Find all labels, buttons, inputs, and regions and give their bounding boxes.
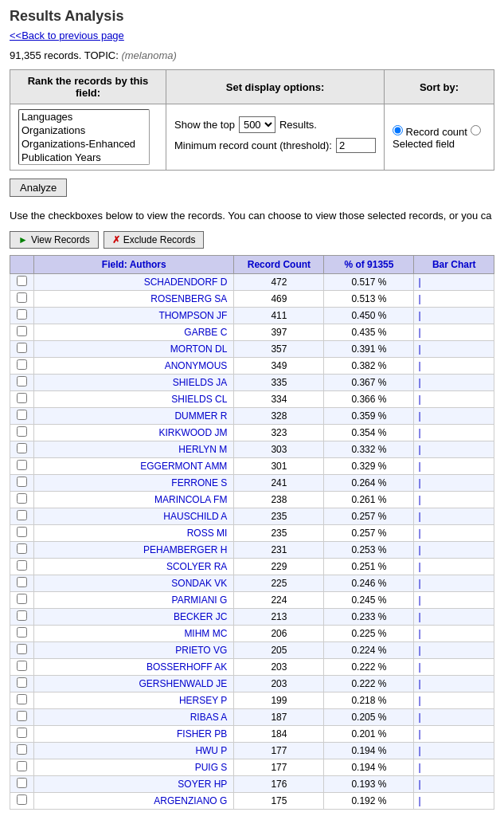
row-checkbox-cell[interactable] [10,441,34,458]
row-count: 205 [234,642,324,659]
exclude-records-button[interactable]: ✗ Exclude Records [104,231,205,249]
row-checkbox-cell[interactable] [10,692,34,709]
row-checkbox[interactable] [17,761,27,771]
row-checkbox[interactable] [17,477,27,487]
row-checkbox-cell[interactable] [10,642,34,659]
row-checkbox[interactable] [17,443,27,453]
row-checkbox[interactable] [17,326,27,336]
row-checkbox-cell[interactable] [10,358,34,375]
row-bar: | [414,408,494,425]
row-checkbox[interactable] [17,276,27,286]
min-count-input[interactable] [336,138,376,153]
row-checkbox-cell[interactable] [10,626,34,642]
row-checkbox[interactable] [17,677,27,688]
row-field: EGGERMONT AMM [34,458,234,475]
row-checkbox-cell[interactable] [10,391,34,408]
row-checkbox[interactable] [17,744,27,755]
row-checkbox-cell[interactable] [10,793,34,810]
row-checkbox[interactable] [17,794,27,805]
col-header-count: Record Count [234,256,324,274]
row-checkbox-cell[interactable] [10,659,34,676]
row-checkbox[interactable] [17,376,27,386]
table-row: PARMIANI G2240.245 %| [10,592,494,609]
row-checkbox-cell[interactable] [10,492,34,508]
row-checkbox[interactable] [17,309,27,320]
row-checkbox-cell[interactable] [10,759,34,776]
row-checkbox[interactable] [17,510,27,520]
row-checkbox[interactable] [17,359,27,370]
rank-option-publication-years: Publication Years [19,151,149,164]
row-checkbox[interactable] [17,493,27,504]
back-link[interactable]: <<Back to previous page [10,29,124,41]
rank-option-organizations: Organizations [19,124,149,137]
row-checkbox[interactable] [17,543,27,554]
row-checkbox[interactable] [17,460,27,470]
row-checkbox[interactable] [17,594,27,604]
row-checkbox[interactable] [17,426,27,437]
row-checkbox-cell[interactable] [10,592,34,609]
rank-list-select[interactable]: Languages Organizations Organizations-En… [18,109,150,165]
view-records-arrow-icon: ► [18,234,28,245]
row-checkbox-cell[interactable] [10,743,34,759]
row-checkbox[interactable] [17,343,27,353]
row-field: FISHER PB [34,726,234,743]
row-checkbox-cell[interactable] [10,609,34,626]
row-checkbox[interactable] [17,527,27,537]
row-checkbox[interactable] [17,644,27,654]
top-count-select[interactable]: 500 [239,116,275,133]
row-checkbox[interactable] [17,661,27,671]
row-checkbox-cell[interactable] [10,274,34,291]
row-percent: 0.194 % [324,759,414,776]
row-percent: 0.233 % [324,609,414,626]
row-checkbox-cell[interactable] [10,542,34,559]
row-bar: | [414,508,494,525]
row-checkbox[interactable] [17,728,27,738]
row-checkbox[interactable] [17,610,27,621]
row-checkbox-cell[interactable] [10,726,34,743]
row-checkbox[interactable] [17,627,27,638]
row-field: DUMMER R [34,408,234,425]
analyze-button[interactable]: Analyze [10,178,67,197]
row-field: THOMPSON JF [34,308,234,324]
row-checkbox-cell[interactable] [10,525,34,542]
row-checkbox[interactable] [17,292,27,303]
row-checkbox-cell[interactable] [10,291,34,308]
row-checkbox[interactable] [17,410,27,420]
row-checkbox[interactable] [17,393,27,403]
row-checkbox-cell[interactable] [10,776,34,793]
row-checkbox[interactable] [17,694,27,704]
row-count: 235 [234,508,324,525]
row-checkbox-cell[interactable] [10,575,34,592]
row-percent: 0.222 % [324,659,414,676]
row-percent: 0.193 % [324,776,414,793]
row-checkbox-cell[interactable] [10,559,34,575]
row-checkbox-cell[interactable] [10,676,34,692]
row-checkbox-cell[interactable] [10,508,34,525]
row-checkbox-cell[interactable] [10,408,34,425]
sort-record-count-label[interactable]: Record count [393,126,471,138]
row-checkbox[interactable] [17,560,27,571]
row-checkbox-cell[interactable] [10,475,34,492]
row-count: 323 [234,425,324,441]
table-row: SCHADENDORF D4720.517 %| [10,274,494,291]
sort-selected-field-radio[interactable] [471,125,481,135]
row-checkbox-cell[interactable] [10,709,34,726]
row-checkbox-cell[interactable] [10,458,34,475]
view-records-button[interactable]: ► View Records [10,231,99,249]
row-checkbox[interactable] [17,711,27,721]
row-checkbox-cell[interactable] [10,375,34,391]
row-field: PARMIANI G [34,592,234,609]
row-checkbox-cell[interactable] [10,324,34,341]
table-row: BECKER JC2130.233 %| [10,609,494,626]
row-field: SOYER HP [34,776,234,793]
row-count: 328 [234,408,324,425]
row-checkbox-cell[interactable] [10,425,34,441]
sort-record-count-radio[interactable] [393,125,403,135]
row-checkbox-cell[interactable] [10,341,34,358]
row-checkbox-cell[interactable] [10,308,34,324]
results-table: Field: Authors Record Count % of 91355 B… [10,255,494,810]
row-checkbox[interactable] [17,577,27,587]
row-bar: | [414,492,494,508]
row-checkbox[interactable] [17,778,27,788]
row-field: RIBAS A [34,709,234,726]
